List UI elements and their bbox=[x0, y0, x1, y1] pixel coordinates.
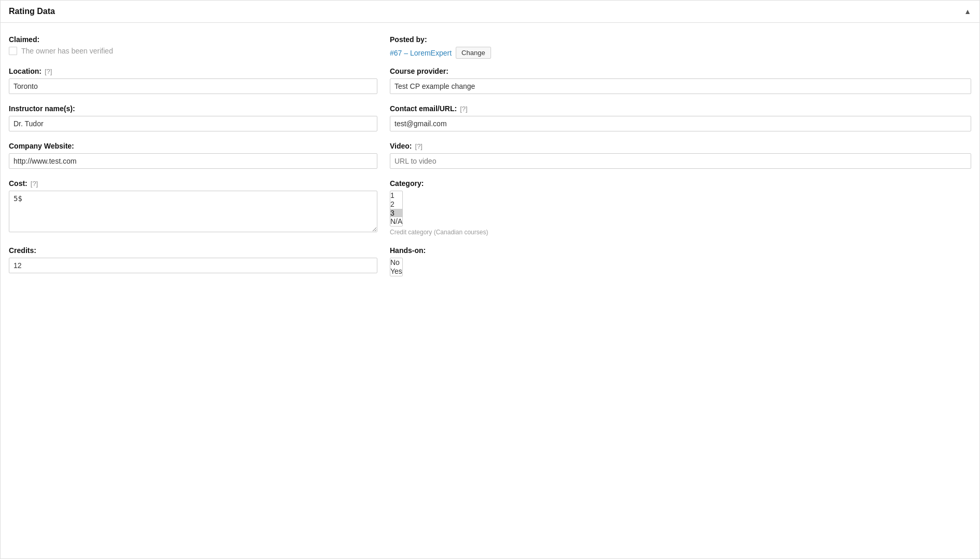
location-input[interactable] bbox=[9, 78, 377, 94]
course-provider-label: Course provider: bbox=[390, 67, 971, 75]
cost-category-row: Cost: [?] 5$ Category: 1 2 3 N/A Credit … bbox=[9, 179, 971, 236]
panel-header: Rating Data ▲ bbox=[1, 1, 979, 23]
category-option-2[interactable]: 2 bbox=[390, 200, 402, 209]
course-provider-input[interactable] bbox=[390, 78, 971, 94]
claimed-checkbox[interactable] bbox=[9, 47, 17, 55]
category-select[interactable]: 1 2 3 N/A bbox=[390, 191, 403, 227]
instructor-label: Instructor name(s): bbox=[9, 104, 377, 113]
contact-email-section: Contact email/URL: [?] bbox=[390, 104, 971, 131]
hands-on-label: Hands-on: bbox=[390, 246, 971, 255]
hands-on-option-no[interactable]: No bbox=[390, 258, 402, 267]
claimed-section: Claimed: The owner has been verified bbox=[9, 35, 377, 55]
location-section: Location: [?] bbox=[9, 67, 377, 94]
location-courseprovider-row: Location: [?] Course provider: bbox=[9, 67, 971, 94]
panel-toggle-icon[interactable]: ▲ bbox=[964, 7, 971, 16]
rating-data-panel: Rating Data ▲ Claimed: The owner has bee… bbox=[0, 0, 980, 559]
posted-by-link[interactable]: #67 – LoremExpert bbox=[390, 49, 452, 57]
category-helper: Credit category (Canadian courses) bbox=[390, 229, 971, 236]
company-website-section: Company Website: bbox=[9, 142, 377, 169]
category-label: Category: bbox=[390, 179, 971, 188]
posted-by-section: Posted by: #67 – LoremExpert Change bbox=[390, 35, 971, 59]
hands-on-section: Hands-on: No Yes bbox=[390, 246, 971, 276]
location-label: Location: [?] bbox=[9, 67, 377, 75]
claimed-checkbox-row: The owner has been verified bbox=[9, 47, 377, 55]
cost-section: Cost: [?] 5$ bbox=[9, 179, 377, 236]
video-label: Video: [?] bbox=[390, 142, 971, 150]
category-section: Category: 1 2 3 N/A Credit category (Can… bbox=[390, 179, 971, 236]
cost-hint: [?] bbox=[31, 180, 38, 188]
posted-by-row: #67 – LoremExpert Change bbox=[390, 47, 971, 59]
instructor-section: Instructor name(s): bbox=[9, 104, 377, 131]
claimed-checkbox-label: The owner has been verified bbox=[21, 47, 113, 55]
panel-title: Rating Data bbox=[9, 7, 55, 16]
hands-on-option-yes[interactable]: Yes bbox=[390, 267, 402, 276]
panel-body: Claimed: The owner has been verified Pos… bbox=[1, 23, 979, 299]
location-hint: [?] bbox=[45, 68, 52, 75]
hands-on-select[interactable]: No Yes bbox=[390, 258, 403, 276]
change-button[interactable]: Change bbox=[456, 47, 491, 59]
credits-label: Credits: bbox=[9, 246, 377, 255]
company-website-input[interactable] bbox=[9, 153, 377, 169]
credits-section: Credits: bbox=[9, 246, 377, 276]
credits-input[interactable] bbox=[9, 258, 377, 273]
contact-email-input[interactable] bbox=[390, 116, 971, 131]
credits-handson-row: Credits: Hands-on: No Yes bbox=[9, 246, 971, 276]
cost-label: Cost: [?] bbox=[9, 179, 377, 188]
claimed-label: Claimed: bbox=[9, 35, 377, 44]
video-section: Video: [?] bbox=[390, 142, 971, 169]
video-input[interactable] bbox=[390, 153, 971, 169]
video-hint: [?] bbox=[415, 142, 423, 150]
contact-email-hint: [?] bbox=[460, 105, 467, 113]
course-provider-section: Course provider: bbox=[390, 67, 971, 94]
website-video-row: Company Website: Video: [?] bbox=[9, 142, 971, 169]
instructor-input[interactable] bbox=[9, 116, 377, 131]
category-option-na[interactable]: N/A bbox=[390, 217, 402, 226]
posted-by-label: Posted by: bbox=[390, 35, 971, 44]
contact-email-label: Contact email/URL: [?] bbox=[390, 104, 971, 113]
category-option-1[interactable]: 1 bbox=[390, 191, 402, 200]
company-website-label: Company Website: bbox=[9, 142, 377, 150]
category-option-3[interactable]: 3 bbox=[390, 209, 402, 218]
cost-textarea[interactable]: 5$ bbox=[9, 191, 377, 232]
claimed-posted-row: Claimed: The owner has been verified Pos… bbox=[9, 35, 971, 59]
instructor-contact-row: Instructor name(s): Contact email/URL: [… bbox=[9, 104, 971, 131]
